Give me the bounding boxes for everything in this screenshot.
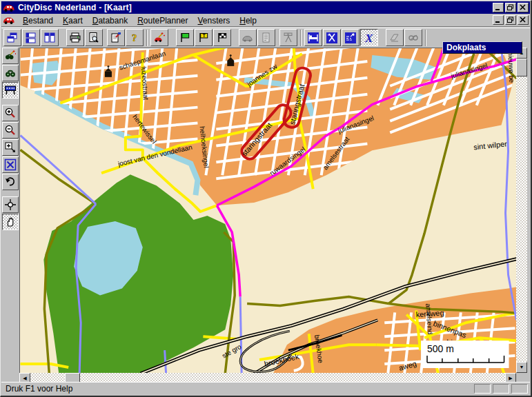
app-icon[interactable] [3, 3, 15, 12]
tile-vertical-button[interactable] [41, 29, 59, 46]
scale-label: 500 m [427, 343, 454, 354]
extra-button-2-disabled[interactable] [404, 29, 422, 46]
menu-bar: BestandKaartDatabankRoutePlannerVensters… [1, 14, 530, 27]
street-label: nieuwe be [507, 52, 516, 83]
names-toggle-button[interactable]: X [360, 29, 378, 46]
svg-text:?: ? [132, 32, 137, 43]
child-minimize-button[interactable] [493, 15, 504, 25]
close-button[interactable] [518, 3, 529, 12]
flag-start-button[interactable] [176, 29, 194, 46]
tile-horizontal-icon [25, 32, 37, 44]
flag-finish-button[interactable] [213, 29, 231, 46]
print-button[interactable] [66, 29, 84, 46]
zoom-window-button[interactable] [2, 139, 19, 156]
menu-routeplanner[interactable]: RoutePlanner [132, 14, 193, 27]
tile-vertical-icon [43, 32, 56, 44]
status-bar: Druk F1 voor Help [1, 382, 530, 394]
child-restore-button[interactable] [505, 15, 516, 25]
undo-icon [4, 176, 17, 188]
street-sign-button[interactable] [2, 82, 19, 99]
status-cell-2 [493, 384, 509, 394]
status-cell-1 [474, 384, 491, 394]
via-flag-icon: T [197, 32, 210, 44]
properties-button[interactable] [107, 29, 125, 46]
print-preview-button[interactable] [85, 29, 103, 46]
crossed-flags-gray-icon [282, 32, 295, 44]
names-x-icon: X [363, 32, 375, 44]
cascade-icon [6, 32, 19, 44]
help-icon: ? [128, 32, 141, 44]
zoom-in-button[interactable] [2, 105, 19, 121]
child-close-button[interactable] [518, 15, 529, 25]
map-tool-column [1, 48, 19, 382]
tile-horizontal-button[interactable] [22, 29, 40, 46]
properties-icon [110, 32, 122, 44]
route-wizard-button[interactable] [150, 29, 168, 46]
scale-bar: 500 m [421, 340, 509, 368]
map-canvas[interactable]: schaepmanlaanluzeostraathertewisseljoost… [19, 48, 516, 373]
scroll-down-button[interactable]: ▼ [516, 362, 527, 373]
map-title-box: Dokplaats [442, 41, 522, 54]
menu-items: BestandKaartDatabankRoutePlannerVensters… [18, 14, 262, 26]
svg-text:X: X [364, 32, 373, 44]
zoom-extent-icon [4, 159, 17, 171]
undo-view-button[interactable] [2, 174, 19, 190]
hotel-bed-icon [307, 32, 319, 44]
finish-flag-icon [216, 32, 228, 44]
start-flag-icon [179, 32, 191, 44]
center-map-button[interactable] [2, 196, 19, 213]
route-flags-button-disabled[interactable] [279, 29, 297, 46]
status-cell-3 [511, 384, 528, 394]
status-message: Druk F1 voor Help [1, 383, 474, 394]
street-sign-icon [4, 84, 17, 96]
window-title: CityDisc Nederland - [Kaart] [18, 3, 491, 12]
search-button[interactable] [2, 65, 19, 81]
zoom-extent-button[interactable] [2, 156, 19, 173]
vertical-scrollbar[interactable]: ▲ ▼ [516, 48, 527, 373]
restore-button[interactable] [505, 3, 516, 12]
app-window: CityDisc Nederland - [Kaart] BestandKaar… [0, 0, 532, 397]
poi-restaurant-button[interactable] [323, 29, 341, 46]
menu-vensters[interactable]: Vensters [193, 14, 235, 27]
car-gray-icon [242, 32, 254, 44]
help-button[interactable]: ? [126, 29, 144, 46]
gray-links-icon [407, 32, 420, 44]
poi-info-button[interactable] [342, 29, 359, 46]
document-icon[interactable] [3, 15, 15, 25]
svg-text:T: T [203, 33, 206, 38]
flag-via-button[interactable]: T [195, 29, 213, 46]
route-list-button-disabled[interactable] [257, 29, 275, 46]
pan-hand-button[interactable] [2, 214, 19, 230]
zoom-window-icon [4, 141, 17, 154]
print-preview-icon [88, 32, 100, 44]
menu-bestand[interactable]: Bestand [18, 14, 58, 27]
vertical-scroll-thumb[interactable] [516, 59, 527, 77]
gray-tool-icon [388, 32, 401, 44]
zoom-out-icon [4, 124, 17, 136]
minimize-button[interactable] [493, 3, 504, 12]
cascade-windows-button[interactable] [3, 29, 21, 46]
document-gray-icon [260, 32, 273, 44]
route-car-button-disabled[interactable] [239, 29, 257, 46]
hand-icon [4, 216, 17, 228]
crosshair-icon [4, 198, 17, 211]
binoculars-icon [4, 67, 17, 79]
search-wizard-button[interactable] [2, 48, 19, 64]
print-icon [69, 32, 81, 44]
search-wizard-icon [4, 50, 17, 62]
info-sign-icon [344, 32, 357, 44]
extra-button-1-disabled[interactable] [386, 29, 404, 46]
zoom-out-button[interactable] [2, 122, 19, 139]
restaurant-icon [326, 32, 338, 44]
route-wizard-icon [153, 32, 166, 44]
menu-kaart[interactable]: Kaart [58, 14, 88, 27]
poi-hotel-button[interactable] [304, 29, 322, 46]
menu-databank[interactable]: Databank [88, 14, 132, 27]
title-bar: CityDisc Nederland - [Kaart] [1, 1, 530, 14]
zoom-in-icon [4, 107, 17, 119]
menu-help[interactable]: Help [235, 14, 262, 27]
